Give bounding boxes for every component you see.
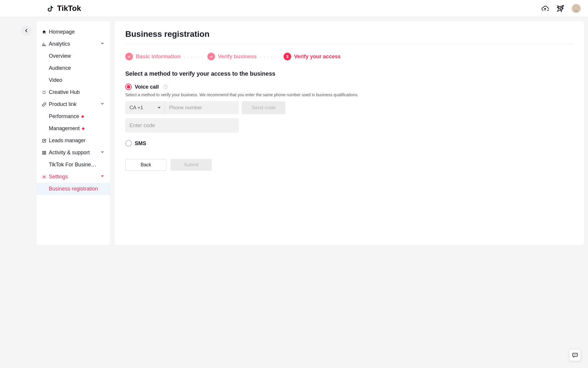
- sidebar-item-activity-support[interactable]: Activity & support: [36, 147, 110, 159]
- sidebar-label: Business registration: [49, 186, 98, 192]
- step-label: Verify your access: [294, 54, 341, 60]
- sidebar-label: Management: [49, 125, 80, 132]
- svg-rect-7: [43, 153, 44, 154]
- section-title: Select a method to verify your access to…: [125, 70, 573, 77]
- notification-dot-icon: [82, 127, 84, 130]
- step-basic-information: Basic information: [125, 53, 181, 60]
- sidebar-label: Product link: [49, 101, 76, 107]
- button-row: Back Submit: [125, 159, 573, 171]
- radio-label: Voice call: [135, 84, 159, 90]
- sidebar-label: TikTok For Busines…: [49, 162, 99, 168]
- tiktok-note-icon: [47, 4, 56, 13]
- country-code-select[interactable]: CA +1: [125, 101, 165, 114]
- verification-code-input[interactable]: [125, 118, 239, 132]
- grid-icon: [42, 150, 46, 155]
- cloud-upload-icon[interactable]: [541, 4, 549, 13]
- sidebar-label: Analytics: [49, 41, 70, 47]
- voice-hint-text: Select a method to verify your business.…: [125, 92, 573, 97]
- radio-indicator: [125, 140, 132, 147]
- sidebar-label: Audience: [49, 65, 71, 71]
- sidebar-item-overview[interactable]: Overview: [36, 50, 110, 62]
- country-code-value: CA +1: [129, 105, 143, 111]
- svg-point-9: [44, 176, 45, 178]
- avatar[interactable]: A AVANT: [572, 4, 581, 13]
- radio-voice-call[interactable]: Voice call ?: [125, 84, 573, 90]
- dropdown-triangle-icon: [158, 107, 161, 109]
- sidebar-label: Leads manager: [49, 137, 86, 144]
- radio-indicator: [125, 84, 132, 90]
- step-verify-access: 3 Verify your access: [284, 53, 341, 60]
- chevron-down-icon: [100, 101, 105, 106]
- gear-icon: [42, 175, 46, 179]
- tiktok-logo[interactable]: TikTok: [47, 4, 81, 13]
- page-wrap: Homepage Analytics Overview Audience Vid…: [0, 17, 588, 249]
- brand-text: TikTok: [57, 4, 81, 13]
- main-card: Business registration Basic information …: [115, 21, 584, 245]
- check-icon: [207, 53, 215, 60]
- svg-text:AVANT: AVANT: [574, 11, 578, 12]
- sidebar-label: Video: [49, 77, 62, 83]
- svg-rect-5: [43, 151, 44, 152]
- sidebar-item-tiktok-for-business[interactable]: TikTok For Busines…: [36, 159, 110, 171]
- notification-dot-icon: [81, 115, 84, 118]
- sidebar-item-settings[interactable]: Settings: [36, 171, 110, 183]
- chevron-down-icon: [100, 174, 105, 178]
- sidebar-item-management[interactable]: Management: [36, 122, 110, 135]
- sidebar: Homepage Analytics Overview Audience Vid…: [36, 21, 110, 245]
- sidebar-collapse-button[interactable]: [21, 25, 32, 36]
- page-title: Business registration: [125, 29, 573, 39]
- sidebar-item-homepage[interactable]: Homepage: [36, 26, 110, 38]
- back-button[interactable]: Back: [125, 159, 166, 171]
- header: TikTok A AVANT: [0, 0, 588, 17]
- chevron-down-icon: [100, 150, 105, 154]
- sidebar-item-leads-manager[interactable]: Leads manager: [36, 135, 110, 147]
- sidebar-item-video[interactable]: Video: [36, 74, 110, 86]
- send-code-button[interactable]: Send code: [242, 101, 285, 114]
- sidebar-item-analytics[interactable]: Analytics: [36, 38, 110, 50]
- check-icon: [125, 53, 133, 60]
- svg-rect-6: [44, 151, 46, 152]
- send-icon[interactable]: [556, 4, 564, 13]
- header-right: A AVANT: [541, 4, 581, 13]
- step-verify-business: Verify business: [207, 53, 257, 60]
- phone-number-input[interactable]: [165, 101, 239, 114]
- sidebar-label: Settings: [49, 174, 68, 180]
- sidebar-label: Creative Hub: [49, 89, 80, 95]
- info-icon[interactable]: ?: [163, 84, 168, 89]
- sidebar-label: Homepage: [49, 29, 75, 35]
- step-label: Verify business: [218, 54, 257, 60]
- sidebar-item-product-link[interactable]: Product link: [36, 98, 110, 110]
- sidebar-item-creative-hub[interactable]: Creative Hub: [36, 86, 110, 98]
- chevron-down-icon: [100, 41, 105, 46]
- step-separator: - - - - - -: [184, 55, 204, 58]
- link-icon: [42, 102, 46, 107]
- step-number-badge: 3: [284, 53, 291, 60]
- phone-input-row: CA +1 Send code: [125, 101, 573, 114]
- stepper: Basic information - - - - - - Verify bus…: [125, 53, 573, 60]
- divider: [125, 44, 573, 44]
- step-label: Basic information: [136, 54, 181, 60]
- sidebar-item-audience[interactable]: Audience: [36, 62, 110, 74]
- radio-label: SMS: [135, 140, 146, 147]
- submit-button[interactable]: Submit: [171, 159, 212, 171]
- sidebar-label: Activity & support: [49, 150, 90, 156]
- analytics-icon: [42, 42, 46, 47]
- home-icon: [42, 30, 46, 34]
- external-icon: [42, 138, 46, 143]
- svg-text:A: A: [576, 7, 577, 9]
- sidebar-label: Performance: [49, 113, 79, 120]
- svg-rect-8: [44, 153, 46, 154]
- step-separator: - - - - - -: [260, 55, 280, 58]
- sidebar-item-performance[interactable]: Performance: [36, 110, 110, 122]
- sidebar-item-business-registration[interactable]: Business registration: [36, 183, 110, 195]
- radio-sms[interactable]: SMS: [125, 140, 573, 147]
- sparkle-icon: [42, 90, 46, 95]
- sidebar-label: Overview: [49, 53, 71, 59]
